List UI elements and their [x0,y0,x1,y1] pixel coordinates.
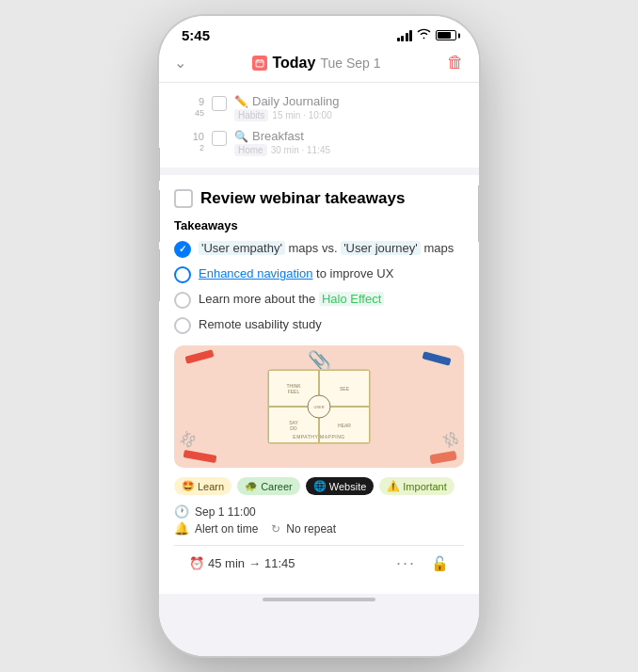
header: ⌄ Today Tue Sep 1 🗑 [159,47,479,83]
tag-home: Home [234,144,267,156]
battery-icon [436,30,456,40]
empathy-map-inner: THINKFEEL SEE SAYDO HEAR USER EMPATHY MA… [267,369,371,444]
section-label: Takeaways [174,218,464,232]
empathy-center: USER [308,395,331,419]
calendar-icon [252,56,267,71]
lock-icon[interactable]: 🔓 [431,555,449,572]
footer-info: 🕐 Sep 1 11:00 🔔 Alert on time ↻ No repea… [174,504,464,536]
footer-repeat: No repeat [286,522,336,536]
schedule-area: 945 ✏️ Daily Journaling Habits 15 min · … [159,83,479,168]
bell-icon: 🔔 [174,521,189,536]
time-label: 102 [174,129,204,153]
decorative-pen [183,450,217,463]
schedule-meta: Home 30 min · 11:45 [234,144,464,156]
empathy-map-image: 📎 ⛓ ⛓ THINKFEEL SEE SAYDO HEAR USER EMPA… [174,345,464,468]
in-progress-icon [174,266,191,283]
completed-icon [174,241,191,258]
time-label: 945 [174,94,204,119]
takeaways-list: 'User empathy' maps vs. 'User journey' m… [174,240,464,334]
tag-important[interactable]: ⚠️ Important [379,477,454,495]
decorative-pencil-blue [422,351,451,365]
repeat-icon: ↻ [271,522,280,536]
wifi-icon [417,28,431,42]
duration-text: ⏰ 45 min → 11:45 [189,556,295,570]
schedule-meta: Habits 15 min · 10:00 [234,109,464,121]
signal-icon [397,30,413,41]
footer-alert: Alert on time [195,522,258,536]
tag-career[interactable]: 🐢 Career [237,477,300,495]
clock-icon: 🕐 [174,504,189,519]
trash-icon[interactable]: 🗑 [447,53,464,72]
list-item[interactable]: 102 🔍 Breakfast Home 30 min · 11:45 [159,125,479,160]
schedule-duration: 30 min · 11:45 [271,145,330,155]
empty-circle-icon [174,317,191,334]
decorative-marker [429,451,456,465]
tag-habits: Habits [234,109,268,121]
status-bar: 5:45 [159,16,479,47]
bottom-bar: ⏰ 45 min → 11:45 ··· 🔓 [174,545,464,581]
footer-alert-row: 🔔 Alert on time ↻ No repeat [174,521,464,536]
header-today-label: Today [272,55,315,72]
task-main-checkbox[interactable] [174,189,193,208]
chevron-down-icon[interactable]: ⌄ [174,54,186,72]
alarm-icon: ⏰ [189,556,204,570]
empty-circle-icon [174,292,191,309]
footer-date: Sep 1 11:00 [195,505,256,519]
task-checkbox[interactable] [212,96,227,111]
divider [159,168,479,175]
list-item: 'User empathy' maps vs. 'User journey' m… [174,240,464,258]
decorative-pencil-red [184,349,214,363]
tag-website[interactable]: 🌐 Website [306,477,375,495]
empathy-label: EMPATHY MAPPING [293,434,344,440]
task-header: Review webinar takeaways [174,188,464,209]
svg-rect-0 [256,60,263,67]
footer-date-row: 🕐 Sep 1 11:00 [174,504,464,519]
schedule-title: 🔍 Breakfast [234,129,464,143]
decorative-paperclip-right: ⛓ [440,429,462,452]
list-item[interactable]: 945 ✏️ Daily Journaling Habits 15 min · … [159,90,479,125]
more-options-button[interactable]: ··· [396,553,416,573]
task-checkbox[interactable] [212,131,227,146]
schedule-content: ✏️ Daily Journaling Habits 15 min · 10:0… [234,94,464,121]
status-icons [397,28,457,42]
list-item: Remote usability study [174,316,464,334]
home-indicator [263,598,375,601]
header-date: Tue Sep 1 [320,56,380,71]
decorative-paperclip-left: ⛓ [177,429,199,452]
tag-learn[interactable]: 🤩 Learn [174,477,231,495]
tags-row: 🤩 Learn 🐢 Career 🌐 Website ⚠️ Important [174,477,464,495]
list-item: Enhanced navigation to improve UX [174,265,464,283]
task-title: Review webinar takeaways [200,188,405,209]
schedule-title: ✏️ Daily Journaling [234,94,464,108]
schedule-duration: 15 min · 10:00 [272,110,331,120]
status-time: 5:45 [182,27,210,43]
header-title: Today Tue Sep 1 [252,55,380,72]
list-item: Learn more about the Halo Effect [174,291,464,309]
task-card: Review webinar takeaways Takeaways 'User… [159,175,479,594]
schedule-content: 🔍 Breakfast Home 30 min · 11:45 [234,129,464,156]
